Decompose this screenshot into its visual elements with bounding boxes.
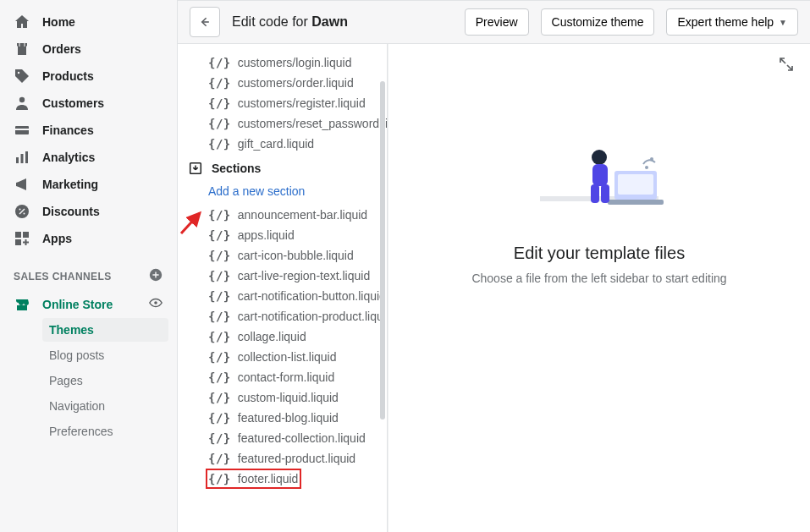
tag-icon bbox=[14, 68, 30, 85]
file-tree-scroll[interactable]: {/}customers/login.liquid{/}customers/or… bbox=[178, 44, 387, 532]
nav-item-online-store[interactable]: Online Store bbox=[0, 290, 177, 318]
online-store-submenu: Themes Blog posts Pages Navigation Prefe… bbox=[0, 318, 177, 443]
file-item[interactable]: {/}contact-form.liquid bbox=[178, 367, 387, 387]
liquid-file-icon: {/} bbox=[208, 56, 231, 69]
home-icon bbox=[14, 14, 30, 30]
file-item[interactable]: {/}customers/login.liquid bbox=[178, 52, 387, 73]
svg-rect-25 bbox=[601, 184, 609, 203]
primary-nav: Home Orders Products Customers Finances … bbox=[0, 0, 178, 532]
liquid-file-icon: {/} bbox=[208, 208, 231, 222]
nav-label: Finances bbox=[42, 123, 94, 137]
nav-item-marketing[interactable]: Marketing bbox=[0, 171, 177, 198]
file-name: gift_card.liquid bbox=[238, 137, 314, 151]
title-theme-name: Dawn bbox=[311, 14, 348, 29]
add-channel-icon[interactable] bbox=[148, 267, 163, 285]
file-name: footer.liquid bbox=[238, 472, 299, 485]
expert-help-dropdown[interactable]: Expert theme help▼ bbox=[666, 8, 798, 36]
liquid-file-icon: {/} bbox=[208, 76, 231, 90]
file-item[interactable]: {/}cart-live-region-text.liquid bbox=[178, 266, 387, 286]
svg-point-1 bbox=[19, 97, 25, 102]
nav-item-orders[interactable]: Orders bbox=[0, 36, 177, 63]
file-item[interactable]: {/}customers/order.liquid bbox=[178, 73, 387, 93]
scrollbar[interactable] bbox=[380, 81, 385, 420]
file-name: contact-form.liquid bbox=[238, 370, 334, 384]
svg-rect-12 bbox=[15, 239, 21, 245]
expand-icon[interactable] bbox=[774, 52, 798, 76]
file-item[interactable]: {/}collection-list.liquid bbox=[178, 347, 387, 367]
nav-label: Home bbox=[42, 15, 75, 29]
preview-button[interactable]: Preview bbox=[465, 8, 529, 36]
liquid-file-icon: {/} bbox=[208, 310, 231, 323]
file-item[interactable]: {/}cart-notification-product.liqu bbox=[178, 306, 387, 326]
file-name: customers/order.liquid bbox=[238, 76, 354, 90]
liquid-file-icon: {/} bbox=[208, 249, 231, 262]
customize-theme-button[interactable]: Customize theme bbox=[541, 8, 655, 36]
eye-icon[interactable] bbox=[148, 295, 163, 313]
file-group-sections[interactable]: Sections bbox=[178, 154, 387, 179]
file-item[interactable]: {/}featured-blog.liquid bbox=[178, 408, 387, 428]
back-button[interactable] bbox=[190, 7, 220, 37]
file-item[interactable]: {/}footer.liquid bbox=[178, 469, 387, 489]
liquid-file-icon: {/} bbox=[208, 431, 231, 445]
add-new-section-link[interactable]: Add a new section bbox=[178, 179, 387, 205]
person-icon bbox=[14, 95, 30, 112]
empty-state-subtitle: Choose a file from the left sidebar to s… bbox=[471, 271, 726, 285]
svg-rect-4 bbox=[16, 157, 19, 163]
editor-pane: Edit your template files Choose a file f… bbox=[388, 44, 810, 532]
file-name: collection-list.liquid bbox=[238, 350, 337, 364]
file-name: collage.liquid bbox=[238, 330, 306, 343]
empty-state: Edit your template files Choose a file f… bbox=[471, 129, 726, 285]
svg-point-8 bbox=[19, 209, 21, 211]
nav-item-analytics[interactable]: Analytics bbox=[0, 144, 177, 171]
nav-item-apps[interactable]: Apps bbox=[0, 225, 177, 252]
subnav-themes[interactable]: Themes bbox=[42, 318, 168, 342]
store-icon bbox=[14, 296, 30, 313]
file-item[interactable]: {/}cart-notification-button.liquic bbox=[178, 286, 387, 306]
svg-point-27 bbox=[645, 166, 648, 169]
file-name: announcement-bar.liquid bbox=[238, 208, 367, 222]
file-name: customers/login.liquid bbox=[238, 56, 352, 69]
nav-label: Orders bbox=[42, 42, 81, 56]
file-name: cart-icon-bubble.liquid bbox=[238, 249, 354, 262]
file-group-label: Sections bbox=[212, 162, 261, 175]
file-item[interactable]: {/}apps.liquid bbox=[178, 225, 387, 245]
svg-rect-20 bbox=[618, 174, 653, 195]
subnav-navigation[interactable]: Navigation bbox=[42, 394, 168, 418]
file-name: cart-live-region-text.liquid bbox=[238, 269, 370, 282]
svg-rect-6 bbox=[25, 151, 28, 163]
file-item[interactable]: {/}cart-icon-bubble.liquid bbox=[178, 245, 387, 266]
file-name: cart-notification-button.liquic bbox=[238, 289, 385, 303]
svg-rect-10 bbox=[15, 232, 21, 238]
file-item[interactable]: {/}collage.liquid bbox=[178, 326, 387, 347]
svg-rect-24 bbox=[591, 184, 599, 203]
svg-point-0 bbox=[18, 72, 19, 74]
finances-icon bbox=[14, 122, 30, 139]
nav-label: Marketing bbox=[42, 178, 98, 191]
file-item[interactable]: {/}gift_card.liquid bbox=[178, 134, 387, 154]
topbar: Edit code for Dawn Preview Customize the… bbox=[178, 0, 810, 44]
megaphone-icon bbox=[14, 176, 30, 193]
subnav-blog-posts[interactable]: Blog posts bbox=[42, 343, 168, 367]
main-area: Edit code for Dawn Preview Customize the… bbox=[178, 0, 810, 532]
file-item[interactable]: {/}customers/register.liquid bbox=[178, 93, 387, 113]
liquid-file-icon: {/} bbox=[208, 452, 231, 465]
nav-item-customers[interactable]: Customers bbox=[0, 90, 177, 117]
nav-item-products[interactable]: Products bbox=[0, 63, 177, 90]
file-item[interactable]: {/}featured-collection.liquid bbox=[178, 428, 387, 448]
liquid-file-icon: {/} bbox=[208, 472, 231, 485]
file-item[interactable]: {/}announcement-bar.liquid bbox=[178, 205, 387, 225]
subnav-preferences[interactable]: Preferences bbox=[42, 420, 168, 443]
file-item[interactable]: {/}customers/reset_password.li bbox=[178, 113, 387, 134]
liquid-file-icon: {/} bbox=[208, 391, 231, 404]
nav-item-finances[interactable]: Finances bbox=[0, 117, 177, 144]
file-item[interactable]: {/}custom-liquid.liquid bbox=[178, 387, 387, 408]
nav-label: Customers bbox=[42, 96, 104, 110]
liquid-file-icon: {/} bbox=[208, 269, 231, 282]
workspace: {/}customers/login.liquid{/}customers/or… bbox=[178, 44, 810, 532]
file-name: custom-liquid.liquid bbox=[238, 391, 339, 404]
subnav-pages[interactable]: Pages bbox=[42, 369, 168, 392]
empty-state-illustration bbox=[523, 129, 675, 230]
nav-item-home[interactable]: Home bbox=[0, 8, 177, 36]
nav-item-discounts[interactable]: Discounts bbox=[0, 198, 177, 225]
file-item[interactable]: {/}featured-product.liquid bbox=[178, 448, 387, 469]
